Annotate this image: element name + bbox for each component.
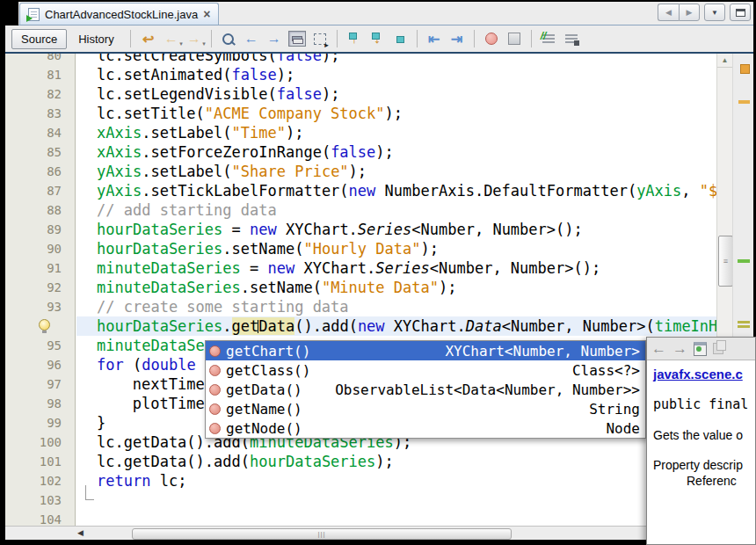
completion-item-label: getChart() (226, 343, 310, 360)
toolbar-separator (417, 30, 418, 47)
horizontal-scrollbar[interactable]: ◀ ||| (5, 526, 753, 540)
line-number: 97 (5, 374, 62, 394)
code-line[interactable]: lc.getData().add(hourDataSeries); (76, 452, 737, 471)
completion-item-return-type: Node (606, 420, 640, 437)
toggle-bookmark-icon[interactable] (389, 28, 411, 49)
rectangular-selection-icon[interactable] (309, 28, 331, 49)
code-line[interactable]: hourDataSeries.setName("Hourly Data"); (76, 239, 737, 258)
code-line[interactable]: // create some starting data (76, 297, 737, 316)
line-number: 95 (5, 336, 62, 355)
line-number-gutter[interactable]: 8081828384858687888990919293959697989910… (5, 54, 76, 526)
maximize-icon (736, 9, 745, 17)
comment-icon[interactable]: // (538, 28, 559, 49)
maximize-window-button[interactable] (730, 4, 751, 21)
code-editor[interactable]: 8081828384858687888990919293959697989910… (5, 54, 753, 526)
start-macro-recording-icon[interactable] (481, 28, 502, 49)
javadoc-description: Gets the value o (653, 428, 755, 442)
back-icon[interactable]: ←▾ (161, 28, 182, 49)
code-line[interactable]: return lc; (76, 471, 737, 490)
next-occurrence-icon[interactable]: → (264, 28, 285, 49)
tab-chartadvancedstockline[interactable]: ChartAdvancedStockLine.java × (19, 3, 219, 25)
code-line[interactable]: lc.setCreateSymbols(false); (76, 54, 737, 65)
code-line[interactable]: yAxis.setTickLabelFormatter(new NumberAx… (76, 181, 737, 200)
javadoc-popup: ← → javafx.scene.c public final Gets the… (646, 337, 756, 545)
completion-item[interactable]: getData()ObservableList<Data<Number, Num… (206, 380, 645, 399)
completion-item[interactable]: getName()String (206, 399, 645, 418)
code-line[interactable]: yAxis.setLabel("Share Price"); (76, 162, 737, 181)
error-stripe-warning-mark (740, 64, 750, 74)
toolbar-separator (474, 30, 475, 47)
method-icon (209, 403, 221, 415)
code-line[interactable] (76, 510, 737, 526)
editor-toolbar: Source History ↩←▾→▾←→↑↓⇤⇥//// (5, 25, 753, 54)
code-line[interactable]: hourDataSeries.getData().add(new XYChart… (76, 316, 737, 336)
next-bookmark-icon[interactable]: ↓ (367, 28, 388, 49)
find-icon[interactable] (218, 28, 239, 49)
line-number: 91 (5, 258, 62, 278)
tab-label: ChartAdvancedStockLine.java (45, 8, 198, 21)
scroll-tabs-right-button[interactable]: ▶ (679, 4, 700, 21)
scroll-left-arrow-icon[interactable]: ◀ (77, 528, 84, 537)
line-number: 92 (5, 278, 62, 297)
stop-macro-recording-icon[interactable] (504, 28, 525, 49)
history-view-button[interactable]: History (69, 30, 122, 48)
horizontal-scrollbar-thumb[interactable]: ||| (132, 528, 512, 540)
hint-lightbulb-icon[interactable] (39, 319, 49, 333)
completion-item[interactable]: getClass()Class<?> (206, 360, 645, 380)
shift-line-right-icon[interactable]: ⇥ (447, 28, 468, 49)
code-lines[interactable]: lc.setCreateSymbols(false);lc.setAnimate… (76, 54, 716, 526)
scroll-tabs-left-button[interactable]: ◀ (658, 4, 679, 21)
previous-occurrence-icon[interactable]: ← (241, 28, 262, 49)
code-line[interactable]: minuteDataSeries.setName("Minute Data"); (76, 278, 737, 297)
java-file-icon (28, 8, 40, 21)
vertical-scrollbar-thumb[interactable]: ≡ (718, 236, 733, 287)
uncomment-icon[interactable]: // (561, 28, 582, 49)
scroll-up-arrow-icon[interactable]: ▲ (717, 54, 732, 68)
code-completion-popup: getChart()XYChart<Number, Number>getClas… (205, 340, 646, 439)
completion-item-label: getNode() (226, 420, 302, 437)
tab-controls: ◀ ▶ ▼ (658, 4, 751, 21)
line-number: 86 (5, 162, 62, 181)
javadoc-back-icon[interactable]: ← (651, 341, 666, 357)
line-number: 102 (5, 471, 62, 490)
forward-icon[interactable]: →▾ (184, 28, 205, 49)
javadoc-property-description: Property descrip (653, 458, 755, 472)
line-number: 87 (5, 181, 62, 200)
javadoc-forward-icon[interactable]: → (672, 341, 687, 357)
line-number: 100 (5, 432, 62, 452)
completion-item[interactable]: getChart()XYChart<Number, Number> (206, 341, 645, 360)
tab-bar: ChartAdvancedStockLine.java × ◀ ▶ ▼ (18, 2, 753, 25)
method-icon (209, 365, 221, 376)
tab-close-icon[interactable]: × (203, 8, 210, 20)
line-number: 101 (5, 452, 62, 471)
method-icon (209, 384, 221, 396)
completion-item-return-type: XYChart<Number, Number> (445, 343, 640, 360)
javadoc-class-link[interactable]: javafx.scene.c (653, 367, 743, 382)
code-line[interactable]: // add starting data (76, 200, 737, 220)
toolbar-separator (211, 30, 212, 47)
previous-bookmark-icon[interactable]: ↑ (344, 28, 365, 49)
line-number: 104 (5, 510, 62, 526)
completion-item-label: getClass() (226, 362, 310, 379)
code-line[interactable]: xAxis.setForceZeroInRange(false); (76, 142, 737, 162)
line-number: 90 (5, 239, 62, 258)
code-line[interactable]: xAxis.setLabel("Time"); (76, 123, 737, 142)
source-view-button[interactable]: Source (11, 29, 67, 49)
shift-line-left-icon[interactable]: ⇤ (424, 28, 445, 49)
code-line[interactable]: minuteDataSeries = new XYChart.Series<Nu… (76, 258, 737, 278)
code-line[interactable]: hourDataSeries = new XYChart.Series<Numb… (76, 220, 737, 239)
last-edit-location-icon[interactable]: ↩ (138, 28, 159, 49)
code-line[interactable]: lc.setLegendVisible(false); (76, 84, 737, 104)
copy-javadoc-icon[interactable] (713, 343, 723, 354)
code-line[interactable]: lc.setTitle("ACME Company Stock"); (76, 104, 737, 123)
toggle-highlight-search-icon[interactable] (287, 28, 308, 49)
line-number: 85 (5, 142, 62, 162)
code-line[interactable] (76, 490, 737, 510)
completion-item[interactable]: getNode()Node (206, 418, 645, 438)
javadoc-property-description-2: Referenc (653, 474, 755, 488)
show-in-browser-icon[interactable] (694, 342, 707, 356)
tab-list-dropdown-button[interactable]: ▼ (704, 4, 725, 21)
line-number: 93 (5, 297, 62, 316)
line-number: 96 (5, 355, 62, 374)
code-line[interactable]: lc.setAnimated(false); (76, 65, 737, 84)
